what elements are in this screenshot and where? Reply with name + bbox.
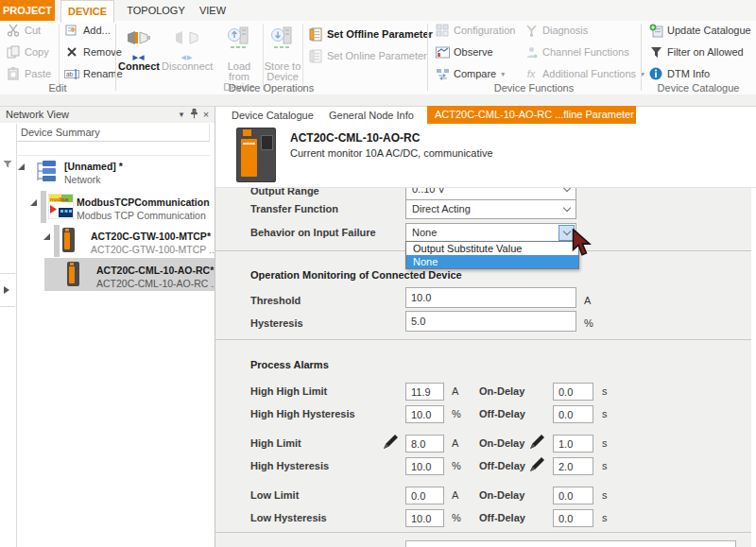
behavior-on-input-failure-label: Behavior on Input Failure (250, 227, 376, 238)
panel-menu-caret-icon[interactable]: ▾ (176, 109, 187, 121)
tree-item-subtitle: ACT20C-CML-10-AO-RC ... (96, 278, 215, 289)
cut-button[interactable]: Cut (6, 22, 41, 39)
hysteresis-input[interactable] (405, 311, 576, 332)
diagnosis-button[interactable]: Diagnosis (524, 22, 588, 39)
dropdown-option-output-substitute-value[interactable]: Output Substitute Value (406, 242, 578, 255)
next-section-input-clipped[interactable] (405, 540, 736, 547)
combo-chevron-icon[interactable] (558, 201, 575, 217)
current-row-indicator-icon (4, 286, 9, 294)
hysteresis-unit: % (584, 317, 593, 329)
high-hysteresis-input[interactable] (405, 457, 444, 475)
compare-button[interactable]: Compare ▾ (435, 65, 505, 82)
high-limit-on-delay-input[interactable] (553, 435, 593, 453)
expander-icon[interactable] (30, 199, 37, 206)
expander-icon[interactable] (43, 233, 50, 240)
remove-button[interactable]: Remove (64, 43, 122, 60)
channel-functions-icon (524, 44, 539, 60)
paste-icon (6, 66, 21, 81)
additional-functions-icon: fx (524, 66, 539, 81)
on-delay-label: On-Delay (479, 385, 524, 397)
grid-filter-icon[interactable] (3, 160, 13, 172)
panel-close-icon[interactable]: × (200, 109, 212, 121)
high-hysteresis-off-delay-input[interactable] (553, 457, 593, 475)
tree-item-act20c-cml-10-ao-rc[interactable]: ACT20C-CML-10-AO-RC* ACT20C-CML-10-AO-RC… (16, 258, 215, 292)
connect-label: Connect (117, 61, 161, 72)
copy-button[interactable]: Copy (6, 43, 49, 60)
transfer-function-combobox[interactable]: Direct Acting (405, 199, 576, 219)
additional-functions-button[interactable]: fx Additional Functions ▾ (524, 65, 644, 82)
filter-on-allowed-button[interactable]: Filter on Allowed (648, 43, 744, 60)
network-view-title: Network View (6, 109, 69, 120)
dtm-info-button[interactable]: DTM Info (648, 65, 710, 82)
mouse-cursor (571, 229, 593, 259)
hysteresis-label: Hysteresis (250, 317, 303, 329)
tab-device[interactable]: DEVICE (60, 0, 114, 23)
behavior-dropdown-popup: Output Substitute Value None (405, 241, 579, 269)
ribbon: Cut Copy Paste Add... Remove ab Rena (0, 21, 756, 95)
section-divider (215, 532, 751, 533)
svg-text:ab: ab (66, 71, 74, 77)
group-label-device-operations: Device Operations (115, 82, 427, 94)
doc-tab-general-node-info[interactable]: General Node Info (329, 107, 414, 124)
tab-project[interactable]: PROJECT (0, 0, 55, 21)
panel-pin-icon[interactable] (188, 109, 199, 121)
set-offline-parameter-button[interactable]: Set Offline Parameter (308, 26, 433, 43)
high-high-hysteresis-input[interactable] (405, 405, 444, 423)
transfer-function-label: Transfer Function (250, 203, 338, 214)
high-limit-input[interactable] (405, 435, 444, 453)
doc-tab-device-catalogue[interactable]: Device Catalogue (232, 107, 314, 124)
column-header-device-summary[interactable]: Device Summary (16, 124, 210, 142)
tab-topology[interactable]: TOPOLOGY (123, 0, 189, 21)
expander-icon[interactable] (18, 163, 25, 170)
channel-functions-button[interactable]: Channel Functions (524, 43, 629, 60)
rename-button[interactable]: ab Rename (64, 65, 123, 82)
rename-icon: ab (64, 66, 79, 81)
set-online-parameter-icon (308, 48, 323, 63)
doc-tab-label: ACT20C-CML-10-AO-RC ...fline Parameter (435, 109, 634, 120)
unit-label: s (602, 512, 608, 523)
doc-tab-offline-parameter-active[interactable]: ACT20C-CML-10-AO-RC ...fline Parameter × (427, 106, 636, 124)
transfer-function-value: Direct Acting (412, 203, 471, 214)
add-button[interactable]: Add... (64, 22, 111, 39)
dropdown-option-none-selected[interactable]: None (406, 255, 578, 268)
network-tree: [Unnamed] * Network modbus ModbusTCPComm… (16, 156, 215, 547)
update-catalogue-button[interactable]: Update Catalogue (648, 22, 751, 39)
tree-item-network[interactable]: [Unnamed] * Network (16, 156, 215, 190)
disconnect-button[interactable]: ◀▶ Disconnect (162, 23, 213, 72)
tree-item-subtitle: ACT20C-GTW-100-MTCP ... (91, 244, 215, 255)
high-high-limit-input[interactable] (405, 383, 444, 401)
low-limit-input[interactable] (405, 487, 444, 504)
tab-close-icon[interactable]: × (644, 109, 650, 120)
connect-button[interactable]: ▶◀ Connect (117, 23, 161, 72)
tree-item-act20c-gtw-100-mtcp[interactable]: ACT20C-GTW-100-MTCP* ACT20C-GTW-100-MTCP… (16, 224, 215, 258)
combo-chevron-icon[interactable] (558, 187, 575, 197)
low-hysteresis-input[interactable] (405, 509, 444, 527)
observe-label: Observe (454, 46, 493, 58)
behavior-on-input-failure-combobox[interactable]: None (405, 223, 576, 243)
tab-view[interactable]: VIEW (194, 0, 232, 21)
set-online-parameter-button[interactable]: Set Online Parameter (308, 47, 427, 64)
form-right-margin (751, 188, 756, 547)
high-high-limit-on-delay-input[interactable] (553, 383, 593, 401)
store-to-device-label: Store to Device (263, 61, 302, 82)
threshold-input[interactable] (405, 287, 576, 308)
unit-label: A (452, 437, 458, 449)
output-range-value: 0..10 V (412, 187, 445, 195)
configuration-button[interactable]: Configuration (435, 22, 515, 39)
disconnect-label: Disconnect (162, 61, 213, 72)
low-limit-label: Low Limit (250, 489, 299, 501)
paste-button[interactable]: Paste (6, 65, 51, 82)
dtm-info-label: DTM Info (667, 68, 710, 79)
cut-label: Cut (25, 25, 41, 36)
observe-button[interactable]: Observe (435, 43, 493, 60)
low-limit-on-delay-input[interactable] (553, 487, 593, 504)
off-delay-label: Off-Delay (479, 408, 525, 419)
unit-label: A (452, 489, 458, 501)
low-hysteresis-off-delay-input[interactable] (553, 509, 593, 527)
network-icon (34, 159, 58, 186)
high-high-hysteresis-off-delay-input[interactable] (553, 405, 593, 423)
output-range-combobox[interactable]: 0..10 V (405, 187, 576, 200)
store-to-device-button[interactable]: Store to Device (263, 23, 302, 82)
remove-icon (64, 44, 79, 60)
tree-item-modbus-tcp[interactable]: modbus ModbusTCPCommunication Modbus TCP… (16, 190, 215, 224)
